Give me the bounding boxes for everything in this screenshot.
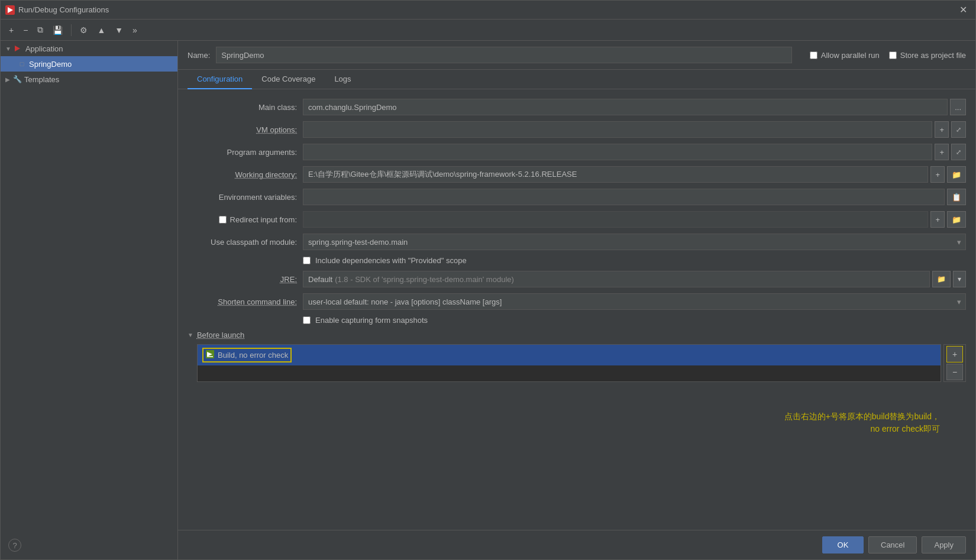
main-class-label: Main class: — [188, 103, 297, 112]
main-body: ▼ Application □ SpringDemo ▶ 🔧 Templates — [1, 41, 975, 559]
add-config-button[interactable]: + — [5, 23, 17, 37]
save-config-button[interactable]: 💾 — [49, 23, 66, 37]
program-arguments-add-button[interactable]: + — [935, 144, 949, 160]
redirect-input-label: Redirect input from: — [230, 215, 297, 224]
tab-code-coverage[interactable]: Code Coverage — [252, 70, 325, 89]
settings-button[interactable]: ⚙ — [76, 23, 91, 37]
jre-default-text: Default — [308, 275, 332, 284]
store-as-project-file-checkbox[interactable] — [889, 51, 897, 59]
enable-capturing-checkbox[interactable] — [303, 316, 311, 324]
include-dependencies-checkbox[interactable] — [303, 257, 311, 264]
help-button[interactable]: ? — [8, 539, 21, 552]
shorten-command-line-label: Shorten command line: — [188, 297, 297, 306]
dialog-icon — [5, 5, 15, 15]
jre-rest-text: (1.8 - SDK of 'spring.spring-test-demo.m… — [335, 275, 514, 284]
program-arguments-expand-button[interactable]: ⤢ — [951, 144, 966, 160]
name-label: Name: — [188, 51, 210, 60]
springdemo-icon: □ — [17, 59, 27, 69]
header-options: Allow parallel run Store as project file — [810, 51, 966, 60]
annotation-line2: no error check即可 — [784, 423, 940, 435]
environment-variables-input[interactable] — [303, 189, 945, 205]
content-outer: Name: Allow parallel run Store as projec… — [178, 41, 975, 559]
working-directory-add-button[interactable]: + — [930, 166, 945, 183]
templates-arrow: ▶ — [5, 76, 10, 83]
store-as-project-file-label: Store as project file — [900, 51, 966, 60]
vm-options-input[interactable] — [303, 121, 932, 138]
sidebar-item-springdemo[interactable]: □ SpringDemo — [1, 56, 177, 72]
classpath-module-select[interactable]: spring.spring-test-demo.main — [303, 234, 966, 250]
apply-button[interactable]: Apply — [922, 536, 966, 553]
classpath-module-row: Use classpath of module: spring.spring-t… — [188, 234, 966, 250]
toolbar-separator — [71, 24, 72, 36]
main-class-row: Main class: ... — [188, 99, 966, 115]
jre-row: JRE: Default (1.8 - SDK of 'spring.sprin… — [188, 271, 966, 287]
before-launch-title: Before launch — [197, 331, 244, 339]
shorten-command-line-select-wrap: user-local default: none - java [options… — [303, 293, 966, 310]
redirect-input-wrap: + 📁 — [303, 211, 966, 228]
remove-config-button[interactable]: − — [20, 23, 31, 37]
name-row: Name: Allow parallel run Store as projec… — [178, 41, 975, 70]
store-as-project-file-group[interactable]: Store as project file — [889, 51, 966, 60]
jre-dropdown-button[interactable]: ▾ — [953, 271, 966, 287]
program-arguments-input[interactable] — [303, 144, 932, 160]
redirect-input-add-button[interactable]: + — [930, 211, 945, 228]
redirect-input-folder-button[interactable]: 📁 — [947, 211, 966, 228]
vm-options-input-wrap: + ⤢ — [303, 121, 966, 138]
name-input[interactable] — [216, 47, 791, 63]
config-panel: 点击右边的+号将原本的build替换为build， no error check… — [178, 89, 975, 530]
before-launch-remove-button[interactable]: − — [946, 364, 963, 380]
include-dependencies-row: Include dependencies with "Provided" sco… — [303, 256, 966, 265]
shorten-command-line-select[interactable]: user-local default: none - java [options… — [303, 293, 966, 310]
redirect-input-row: Redirect input from: + 📁 — [188, 211, 966, 228]
sidebar-item-templates[interactable]: ▶ 🔧 Templates — [1, 72, 177, 87]
before-launch-header[interactable]: ▼ Before launch — [188, 331, 966, 339]
application-icon — [14, 44, 23, 53]
redirect-input-checkbox[interactable] — [219, 216, 227, 224]
ok-button[interactable]: OK — [822, 536, 864, 553]
allow-parallel-run-checkbox[interactable] — [810, 51, 817, 59]
sidebar-label-springdemo: SpringDemo — [29, 60, 72, 69]
annotation-line1: 点击右边的+号将原本的build替换为build， — [784, 410, 940, 423]
program-arguments-label: Program arguments: — [188, 148, 297, 157]
sidebar-item-application[interactable]: ▼ Application — [1, 41, 177, 56]
classpath-module-select-wrap: spring.spring-test-demo.main — [303, 234, 966, 250]
jre-input-wrap: Default (1.8 - SDK of 'spring.spring-tes… — [303, 271, 966, 287]
before-launch-side-controls: + − — [943, 344, 966, 382]
working-directory-label: Working directory: — [188, 170, 297, 179]
redirect-input-input[interactable] — [303, 211, 928, 228]
vm-options-add-button[interactable]: + — [935, 121, 949, 138]
program-arguments-row: Program arguments: + ⤢ — [188, 144, 966, 160]
application-arrow: ▼ — [5, 46, 11, 52]
environment-variables-input-wrap: 📋 — [303, 189, 966, 205]
before-launch-item-build[interactable]: Build, no error check — [198, 345, 941, 365]
environment-variables-label: Environment variables: — [188, 193, 297, 202]
more-button[interactable]: » — [129, 23, 141, 37]
vm-options-expand-button[interactable]: ⤢ — [951, 121, 966, 138]
move-down-button[interactable]: ▼ — [111, 23, 127, 37]
main-class-input-wrap: ... — [303, 99, 966, 115]
include-dependencies-label: Include dependencies with "Provided" sco… — [315, 256, 467, 265]
jre-browse-button[interactable]: 📁 — [932, 271, 951, 287]
before-launch-list: Build, no error check — [197, 344, 941, 382]
environment-variables-folder-button[interactable]: 📋 — [947, 189, 966, 205]
working-directory-folder-button[interactable]: 📁 — [947, 166, 966, 183]
enable-capturing-label: Enable capturing form snapshots — [315, 316, 428, 325]
shorten-command-line-row: Shorten command line: user-local default… — [188, 293, 966, 310]
before-launch-add-button[interactable]: + — [946, 346, 963, 362]
bottom-bar: OK Cancel Apply — [178, 530, 975, 559]
tab-logs[interactable]: Logs — [325, 70, 360, 89]
before-launch-item-icon — [206, 350, 214, 360]
tab-configuration[interactable]: Configuration — [188, 70, 252, 89]
close-button[interactable]: ✕ — [956, 3, 971, 17]
allow-parallel-run-group[interactable]: Allow parallel run — [810, 51, 880, 60]
main-class-input[interactable] — [303, 99, 948, 115]
run-debug-dialog: Run/Debug Configurations ✕ + − ⧉ 💾 ⚙ ▲ ▼… — [0, 0, 976, 560]
main-class-browse-button[interactable]: ... — [950, 99, 966, 115]
copy-config-button[interactable]: ⧉ — [34, 22, 47, 37]
templates-icon: 🔧 — [12, 75, 22, 84]
working-directory-input[interactable] — [303, 166, 928, 183]
vm-options-label: VM options: — [188, 125, 297, 134]
cancel-button[interactable]: Cancel — [868, 536, 917, 553]
move-up-button[interactable]: ▲ — [93, 23, 109, 37]
dialog-title: Run/Debug Configurations — [18, 5, 956, 14]
